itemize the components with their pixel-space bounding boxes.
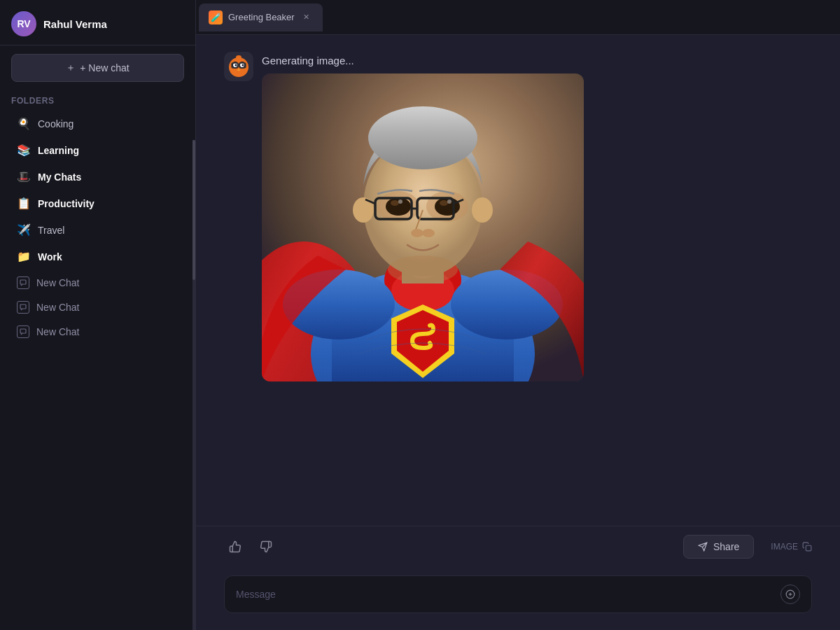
bot-avatar [224,52,253,81]
cooking-icon: 🍳 [17,117,31,130]
folder-name-my-chats: My Chats [38,172,81,183]
chat-bubble-icon-1 [17,276,29,289]
share-icon [698,542,708,552]
folder-list: 🍳 Cooking 📚 Learning 🎩 My Chats 📋 Produc… [0,110,195,270]
sidebar-header: RV Rahul Verma [0,0,195,46]
work-icon: 📁 [17,250,31,263]
svg-point-9 [235,64,237,66]
svg-point-31 [386,197,411,216]
tab-close-button[interactable]: ✕ [300,11,313,24]
sidebar-item-productivity[interactable]: 📋 Productivity [6,190,190,216]
svg-rect-1 [20,304,26,309]
tab-icon: 🧪 [209,10,223,24]
svg-point-33 [391,200,399,206]
scrollbar-track [192,140,195,630]
svg-point-35 [398,200,402,204]
svg-point-36 [447,200,451,204]
svg-point-28 [472,197,493,223]
new-chat-label: + New chat [80,62,129,74]
folders-label: Folders [0,90,195,110]
plus-icon: ＋ [66,62,76,74]
tab-greeting-beaker[interactable]: 🧪 Greeting Beaker ✕ [199,4,323,31]
action-icons [224,536,277,558]
main-content: 🧪 Greeting Beaker ✕ [196,0,840,630]
chat-area: Generating image... [196,35,840,526]
folder-name-work: Work [38,251,62,262]
svg-point-26 [368,106,477,169]
sidebar-item-learning[interactable]: 📚 Learning [6,137,190,163]
input-plus-button[interactable] [780,584,800,604]
productivity-icon: 📋 [17,197,31,210]
sidebar: RV Rahul Verma ＋ + New chat Folders 🍳 Co… [0,0,196,630]
chat-item-1[interactable]: New Chat [6,271,190,295]
share-label: Share [713,541,739,552]
folder-name-learning: Learning [38,145,79,156]
tab-label: Greeting Beaker [228,12,295,22]
image-label-text: IMAGE [771,542,798,552]
sidebar-item-work[interactable]: 📁 Work [6,244,190,270]
svg-point-44 [388,255,458,284]
chat-bubble-icon-2 [17,301,29,314]
svg-point-43 [422,229,435,237]
copy-icon [802,542,812,552]
message-input[interactable] [236,589,774,600]
learning-icon: 📚 [17,144,31,157]
new-chat-button[interactable]: ＋ + New chat [11,54,184,82]
svg-point-42 [411,229,424,237]
avatar: RV [11,11,36,36]
sidebar-item-travel[interactable]: ✈️ Travel [6,217,190,243]
chat-label-1: New Chat [36,277,79,288]
svg-rect-47 [806,545,811,551]
chat-item-2[interactable]: New Chat [6,295,190,319]
svg-point-32 [435,197,460,216]
thumbs-up-button[interactable] [224,536,246,558]
svg-rect-0 [20,280,26,284]
travel-icon: ✈️ [17,223,31,237]
action-bar: Share IMAGE [196,526,840,567]
folder-name-cooking: Cooking [38,118,74,130]
tab-bar: 🧪 Greeting Beaker ✕ [196,0,840,35]
message-text: Generating image... [262,52,584,66]
scrollbar-thumb[interactable] [192,140,195,280]
chat-bubble-icon-3 [17,326,29,338]
share-button[interactable]: Share [683,535,754,559]
my-chats-icon: 🎩 [17,170,31,183]
chat-list: New Chat New Chat New Chat [0,270,195,344]
sidebar-item-cooking[interactable]: 🍳 Cooking [6,111,190,136]
folder-name-travel: Travel [38,225,64,236]
svg-point-10 [242,64,244,66]
message-content: Generating image... [262,52,584,382]
chat-item-3[interactable]: New Chat [6,320,190,344]
svg-point-34 [440,200,448,206]
thumbs-down-button[interactable] [255,536,277,558]
chat-label-2: New Chat [36,302,79,313]
svg-point-15 [236,55,241,59]
svg-rect-2 [20,329,26,333]
plus-circle-icon [785,589,795,599]
message-row-bot: Generating image... [224,52,812,382]
input-area [196,567,840,630]
user-name: Rahul Verma [43,18,107,30]
image-label: IMAGE [771,542,812,552]
sidebar-item-my-chats[interactable]: 🎩 My Chats [6,164,190,190]
message-input-wrap [224,575,812,613]
chat-label-3: New Chat [36,326,79,337]
folder-name-productivity: Productivity [38,198,94,209]
generated-image [262,74,584,382]
